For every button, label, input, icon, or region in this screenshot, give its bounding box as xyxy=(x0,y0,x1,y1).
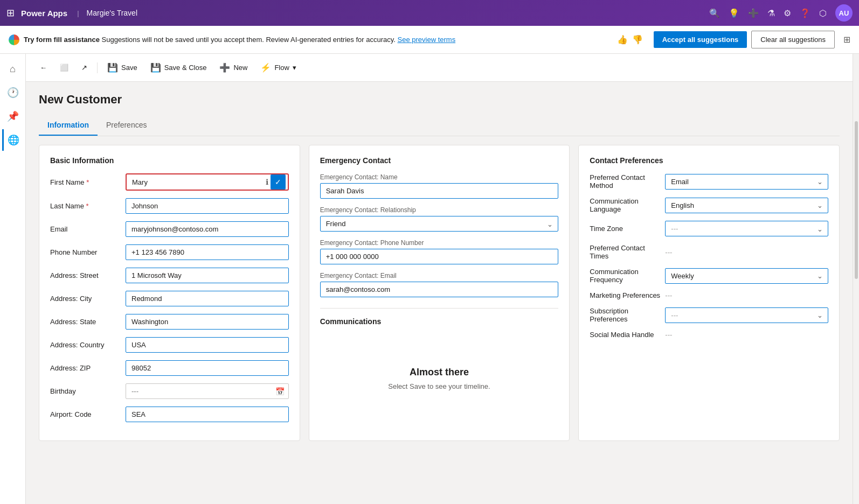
scrollbar-thumb[interactable] xyxy=(855,121,858,279)
save-icon: 💾 xyxy=(107,62,118,73)
basic-info-title: Basic Information xyxy=(50,156,289,165)
main-layout: ⌂ 🕐 📌 🌐 ← ⬜ ↗ 💾 Save 💾 Save & Close xyxy=(0,54,859,504)
preview-link[interactable]: See preview terms xyxy=(397,36,455,44)
sidebar-globe-icon[interactable]: 🌐 xyxy=(2,129,24,151)
new-icon: ➕ xyxy=(219,62,230,73)
tab-information[interactable]: Information xyxy=(39,115,98,136)
add-icon[interactable]: ➕ xyxy=(748,8,759,18)
ec-phone-row: Emergency Contact: Phone Number xyxy=(320,239,559,264)
comm-frequency-select[interactable]: Weekly Daily Monthly xyxy=(665,268,828,284)
country-label: Address: Country xyxy=(50,341,126,349)
nav-icons: 🔍 💡 ➕ ⚗ ⚙ ❓ ⬡ AU xyxy=(709,4,853,22)
ec-relationship-label: Emergency Contact: Relationship xyxy=(320,206,559,214)
emergency-title: Emergency Contact xyxy=(320,156,559,165)
refresh-button[interactable]: ⬜ xyxy=(54,60,74,75)
ec-relationship-select[interactable]: Friend Family Spouse xyxy=(320,216,559,232)
filter-icon[interactable]: ⚗ xyxy=(767,8,775,18)
subscription-prefs-select[interactable]: --- xyxy=(665,307,828,323)
social-media-label: Social Media Handle xyxy=(590,331,665,339)
sidebar-home-icon[interactable]: ⌂ xyxy=(2,58,24,80)
flow-button[interactable]: ⚡ Flow ▾ xyxy=(255,59,301,76)
airport-input[interactable] xyxy=(126,407,289,422)
city-input[interactable] xyxy=(126,291,289,306)
tab-preferences[interactable]: Preferences xyxy=(98,115,155,136)
ec-email-row: Emergency Contact: Email xyxy=(320,272,559,297)
email-input[interactable] xyxy=(126,221,289,237)
birthday-input-wrap: 📅 xyxy=(126,383,289,399)
calendar-icon[interactable]: 📅 xyxy=(275,387,285,396)
ec-phone-label: Emergency Contact: Phone Number xyxy=(320,239,559,247)
clear-all-button[interactable]: Clear all suggestions xyxy=(751,31,835,48)
basic-info-section: Basic Information First Name ℹ ✓ xyxy=(39,145,300,441)
sidebar-pin-icon[interactable]: 📌 xyxy=(2,106,24,127)
first-name-input[interactable] xyxy=(127,175,264,190)
contact-prefs-title: Contact Preferences xyxy=(590,156,828,165)
contact-method-select[interactable]: Email Phone SMS xyxy=(665,174,828,190)
avatar[interactable]: AU xyxy=(835,4,853,22)
birthday-label: Birthday xyxy=(50,387,126,395)
birthday-input[interactable] xyxy=(126,383,289,399)
city-input-wrap xyxy=(126,291,289,306)
open-record-button[interactable]: ↗ xyxy=(76,60,93,75)
country-row: Address: Country xyxy=(50,337,289,353)
marketing-prefs-row: Marketing Preferences --- xyxy=(590,291,828,299)
almost-there-box: Almost there Select Save to see your tim… xyxy=(320,334,559,423)
birthday-wrap: 📅 xyxy=(126,383,289,399)
city-row: Address: City xyxy=(50,291,289,306)
emergency-section: Emergency Contact Emergency Contact: Nam… xyxy=(309,145,570,441)
email-row: Email xyxy=(50,221,289,237)
first-name-highlight-box: ℹ ✓ xyxy=(126,173,289,191)
comm-language-label: Communication Language xyxy=(590,197,665,213)
tab-bar: Information Preferences xyxy=(39,115,840,136)
search-icon[interactable]: 🔍 xyxy=(709,8,720,18)
comm-frequency-label: Communication Frequency xyxy=(590,268,665,284)
settings-icon[interactable]: ⚙ xyxy=(784,8,791,18)
toolbar-separator xyxy=(97,62,98,73)
ec-relationship-row: Emergency Contact: Relationship Friend F… xyxy=(320,206,559,232)
panel-toggle-icon[interactable]: ⊞ xyxy=(843,34,850,45)
main-content: ← ⬜ ↗ 💾 Save 💾 Save & Close ➕ New ⚡ xyxy=(26,54,853,504)
ec-email-input[interactable] xyxy=(320,282,559,297)
back-icon: ← xyxy=(40,64,47,72)
last-name-input[interactable] xyxy=(126,198,289,214)
comm-language-select[interactable]: English Spanish French xyxy=(665,198,828,213)
ec-phone-input[interactable] xyxy=(320,249,559,264)
scrollbar[interactable] xyxy=(853,54,859,504)
remote-icon[interactable]: ⬡ xyxy=(819,8,827,18)
phone-row: Phone Number xyxy=(50,244,289,260)
phone-input[interactable] xyxy=(126,244,289,260)
state-input[interactable] xyxy=(126,314,289,330)
info-icon[interactable]: ℹ xyxy=(266,178,268,186)
contact-times-row: Preferred Contact Times --- xyxy=(590,244,828,260)
save-label: Save xyxy=(121,64,137,72)
last-name-input-wrap xyxy=(126,198,289,214)
street-label: Address: Street xyxy=(50,271,126,279)
zip-input[interactable] xyxy=(126,360,289,376)
save-close-button[interactable]: 💾 Save & Close xyxy=(145,59,212,76)
almost-there-subtitle: Select Save to see your timeline. xyxy=(331,382,548,390)
social-media-value: --- xyxy=(665,331,672,339)
communications-divider: Communications Almost there Select Save … xyxy=(320,308,559,423)
new-button[interactable]: ➕ New xyxy=(214,59,253,76)
thumbs-up-icon[interactable]: 👍 xyxy=(617,34,628,45)
street-input[interactable] xyxy=(126,268,289,283)
back-button[interactable]: ← xyxy=(34,60,52,75)
country-input-wrap xyxy=(126,337,289,353)
sidebar-recent-icon[interactable]: 🕐 xyxy=(2,82,24,103)
lightbulb-icon[interactable]: 💡 xyxy=(729,8,739,18)
contact-times-label: Preferred Contact Times xyxy=(590,244,665,260)
accept-all-button[interactable]: Accept all suggestions xyxy=(654,31,747,48)
zip-label: Address: ZIP xyxy=(50,364,126,372)
marketing-prefs-value: --- xyxy=(665,291,672,299)
state-label: Address: State xyxy=(50,318,126,326)
country-input[interactable] xyxy=(126,337,289,353)
timezone-select[interactable]: --- xyxy=(665,221,828,236)
waffle-icon[interactable]: ⊞ xyxy=(6,7,15,19)
ec-name-input[interactable] xyxy=(320,183,559,199)
help-icon[interactable]: ❓ xyxy=(800,8,810,18)
comm-frequency-row: Communication Frequency Weekly Daily Mon… xyxy=(590,268,828,284)
save-button[interactable]: 💾 Save xyxy=(102,59,143,76)
confirm-button[interactable]: ✓ xyxy=(271,174,286,190)
refresh-icon: ⬜ xyxy=(60,64,68,72)
thumbs-down-icon[interactable]: 👎 xyxy=(632,34,643,45)
